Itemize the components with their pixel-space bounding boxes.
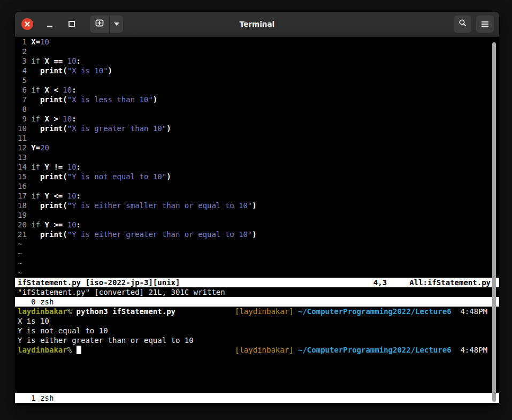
minimize-button[interactable] (47, 26, 52, 27)
statusline-filename: ifStatement.py [iso-2022-jp-3][unix] (18, 278, 180, 287)
new-tab-button-group (90, 16, 123, 33)
close-icon (24, 21, 30, 27)
info-time: 4:48PM (460, 345, 487, 355)
window-title: Terminal (15, 20, 499, 28)
code-line: 5 (15, 75, 499, 85)
code-line: 20if Y >= 10: (15, 220, 499, 230)
info-time: 4:48PM (460, 307, 487, 316)
new-tab-icon (95, 18, 104, 30)
output-line: Y is not equal to 10 (15, 326, 499, 335)
prompt-symbol: % (67, 345, 72, 355)
code-line: 12Y=20 (15, 143, 499, 152)
vim-tilde-line: ~ (15, 258, 499, 268)
vim-buffer: 1X=1023if X == 10:4 print("X is 10")56if… (15, 37, 499, 278)
prompt-line-current: laydinbakar% [laydinbakar]~/ComputerProg… (15, 345, 499, 355)
prompt-username: laydinbakar (18, 307, 67, 316)
scrollbar-thumb[interactable] (492, 42, 496, 402)
line-number: 5 (18, 75, 27, 85)
code-line: 17if Y <= 10: (15, 191, 499, 201)
line-number: 15 (18, 172, 27, 181)
new-tab-button[interactable] (90, 16, 109, 33)
vim-tilde-line: ~ (15, 249, 499, 258)
info-username: [laydinbakar] (235, 307, 294, 316)
line-number: 20 (18, 220, 27, 230)
prompt-username: laydinbakar (18, 345, 67, 355)
line-number: 13 (18, 152, 27, 162)
code-line: 8 (15, 104, 499, 114)
code-line: 19 (15, 210, 499, 220)
line-number: 4 (18, 66, 27, 75)
terminal-screen[interactable]: 1X=1023if X == 10:4 print("X is 10")56if… (15, 37, 499, 406)
code-line: 4 print("X is 10") (15, 66, 499, 75)
code-line: 3if X == 10: (15, 56, 499, 66)
code-line: 6if X < 10: (15, 85, 499, 95)
vim-tilde-line: ~ (15, 268, 499, 278)
line-number: 11 (18, 133, 27, 143)
line-number: 6 (18, 85, 27, 95)
prompt-symbol: % (67, 307, 72, 316)
line-number: 16 (18, 181, 27, 191)
line-number: 18 (18, 201, 27, 210)
code-line: 14if Y != 10: (15, 162, 499, 172)
line-number: 3 (18, 56, 27, 66)
vim-message: "ifStatement.py" [converted] 21L, 301C w… (15, 287, 499, 297)
line-number: 17 (18, 191, 27, 201)
screen-bar-bottom: 1 zsh (15, 393, 499, 403)
line-number: 12 (18, 143, 27, 152)
output-line: Y is either greater than or equal to 10 (15, 335, 499, 345)
chevron-down-icon (114, 22, 119, 26)
code-line: 16 (15, 181, 499, 191)
command-text: python3 ifStatement.py (77, 307, 175, 316)
code-line: 9if X > 10: (15, 114, 499, 124)
line-number: 9 (18, 114, 27, 124)
code-line: 10 print("X is greater than 10") (15, 124, 499, 133)
code-line: 21 print("Y is either greater than or eq… (15, 230, 499, 239)
line-number: 2 (18, 47, 27, 56)
line-number: 10 (18, 124, 27, 133)
prompt-right-info: [laydinbakar]~/ComputerProgramming2022/L… (235, 345, 487, 355)
text-cursor (77, 346, 81, 354)
code-line: 2 (15, 47, 499, 56)
code-line: 7 print("X is less than 10") (15, 95, 499, 104)
statusline-ruler: 4,3 (373, 278, 387, 287)
statusline-position: All:ifStatement.py (409, 278, 491, 287)
line-number: 1 (18, 37, 27, 47)
line-number: 14 (18, 162, 27, 172)
close-button[interactable] (21, 18, 33, 30)
screen-bar-top: 0 zsh (15, 297, 499, 307)
command-output: X is 10Y is not equal to 10Y is either g… (15, 316, 499, 345)
line-number: 8 (18, 104, 27, 114)
info-path: ~/ComputerProgramming2022/Lecture6 (298, 307, 452, 316)
code-line: 13 (15, 152, 499, 162)
prompt-right-info: [laydinbakar]~/ComputerProgramming2022/L… (235, 307, 487, 316)
vim-tilde-line: ~ (15, 239, 499, 249)
menu-icon (482, 20, 488, 28)
info-username: [laydinbakar] (235, 345, 294, 355)
tab-dropdown-button[interactable] (110, 16, 123, 33)
empty-area (15, 355, 499, 393)
terminal-window: Terminal (15, 12, 499, 406)
prompt-line: laydinbakar%python3 ifStatement.py [layd… (15, 307, 499, 316)
line-number: 19 (18, 210, 27, 220)
line-number: 21 (18, 230, 27, 239)
menu-button[interactable] (476, 16, 494, 33)
maximize-button[interactable] (68, 21, 75, 27)
line-number: 7 (18, 95, 27, 104)
code-line: 11 (15, 133, 499, 143)
titlebar: Terminal (15, 12, 499, 37)
code-line: 1X=10 (15, 37, 499, 47)
output-line: X is 10 (15, 316, 499, 326)
search-icon (458, 19, 467, 29)
info-path: ~/ComputerProgramming2022/Lecture6 (298, 345, 452, 355)
code-line: 18 print("Y is either smaller than or eq… (15, 201, 499, 210)
search-button[interactable] (454, 16, 471, 33)
vim-statusline: ifStatement.py [iso-2022-jp-3][unix] 4,3… (15, 278, 499, 287)
code-line: 15 print("Y is not equal to 10") (15, 172, 499, 181)
